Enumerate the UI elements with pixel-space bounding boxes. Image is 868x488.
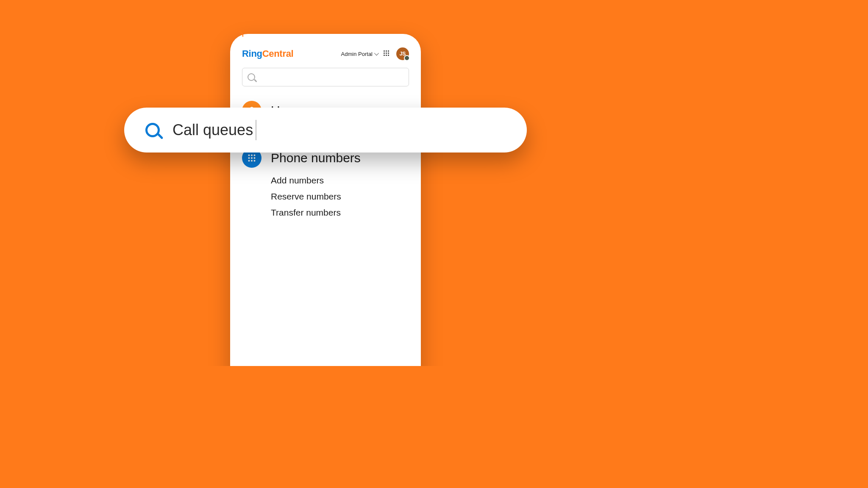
text-caret [256,120,256,140]
portal-label: Admin Portal [341,51,373,57]
brand-part-central: Central [262,48,294,59]
section-items-phone-numbers: Add numbers Reserve numbers Transfer num… [242,175,409,218]
svg-point-5 [251,157,253,159]
search-input-large[interactable]: Call queues [172,120,506,140]
search-icon [248,73,255,81]
avatar[interactable]: JS [396,47,409,60]
svg-point-1 [248,155,250,156]
svg-point-9 [254,160,256,162]
chevron-down-icon [374,51,379,55]
phone-frame: RingCentral Admin Portal JS Users [230,34,421,366]
svg-point-6 [254,157,256,159]
section-phone-numbers: Phone numbers Add numbers Reserve number… [239,148,412,218]
svg-point-8 [251,160,253,162]
brand-logo: RingCentral [242,48,293,59]
section-title-phone-numbers: Phone numbers [271,151,361,165]
svg-point-2 [251,155,253,156]
search-input-small[interactable] [242,68,409,86]
avatar-initials: JS [400,51,406,57]
brand-arc-icon [238,31,244,37]
brand-part-ring: Ring [242,48,262,59]
search-overlay[interactable]: Call queues [124,108,527,152]
search-query-text: Call queues [172,121,253,139]
portal-switcher[interactable]: Admin Portal [341,51,378,57]
search-icon [145,123,160,137]
nav-item-transfer-numbers[interactable]: Transfer numbers [271,208,409,218]
svg-point-4 [248,157,250,159]
nav-item-add-numbers[interactable]: Add numbers [271,175,409,186]
svg-point-7 [248,160,250,162]
header-actions: Admin Portal JS [341,47,409,60]
apps-grid-icon[interactable] [384,50,390,57]
nav-item-reserve-numbers[interactable]: Reserve numbers [271,191,409,202]
app-header: RingCentral Admin Portal JS [239,47,412,68]
svg-point-3 [254,155,256,156]
